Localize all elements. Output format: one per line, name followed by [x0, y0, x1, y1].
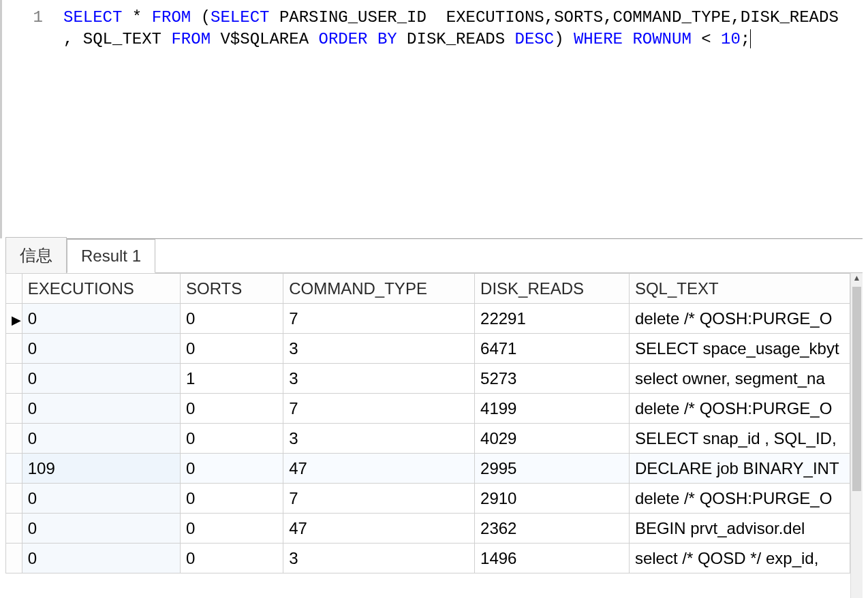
sql-token: V$SQLAREA	[211, 30, 318, 48]
cell-disk-reads[interactable]: 2362	[475, 514, 630, 544]
cell-sql-text[interactable]: delete /* QOSH:PURGE_O	[629, 394, 850, 424]
cell-command-type[interactable]: 7	[283, 304, 475, 334]
cell-sql-text[interactable]: select owner, segment_na	[629, 364, 850, 394]
sql-token: SELECT	[211, 8, 269, 27]
cell-sorts[interactable]: 0	[180, 514, 283, 544]
cell-command-type[interactable]: 7	[283, 394, 475, 424]
cell-command-type[interactable]: 3	[283, 364, 475, 394]
table-row[interactable]: ▶00722291delete /* QOSH:PURGE_O	[6, 304, 850, 334]
cell-command-type[interactable]: 3	[283, 334, 475, 364]
cell-disk-reads[interactable]: 1496	[475, 544, 630, 573]
cell-executions[interactable]: 0	[22, 544, 180, 573]
cell-disk-reads[interactable]: 2910	[475, 484, 630, 514]
sql-token: SELECT	[63, 8, 122, 27]
col-header-sorts[interactable]: SORTS	[180, 274, 283, 304]
table-row[interactable]: 0135273select owner, segment_na	[6, 364, 850, 394]
cell-disk-reads[interactable]: 4199	[475, 394, 630, 424]
cell-command-type[interactable]: 3	[283, 544, 475, 573]
cell-sorts[interactable]: 0	[180, 334, 283, 364]
row-selector-cell[interactable]	[6, 454, 22, 484]
row-selector-header[interactable]	[6, 274, 22, 304]
sql-token	[623, 30, 632, 48]
row-selector-cell[interactable]	[6, 364, 22, 394]
sql-token: )	[554, 30, 574, 48]
result-grid-scroll[interactable]: EXECUTIONS SORTS COMMAND_TYPE DISK_READS…	[5, 273, 850, 598]
table-row[interactable]: 0034029SELECT snap_id , SQL_ID,	[6, 424, 850, 454]
code-line: 1 SELECT * FROM (SELECT PARSING_USER_ID …	[2, 7, 868, 51]
cell-executions[interactable]: 0	[22, 514, 180, 544]
row-selector-cell[interactable]	[6, 484, 22, 514]
cell-command-type[interactable]: 47	[283, 454, 475, 484]
cell-executions[interactable]: 0	[22, 394, 180, 424]
sql-editor[interactable]: 1 SELECT * FROM (SELECT PARSING_USER_ID …	[0, 0, 868, 238]
scroll-up-icon[interactable]: ▲	[851, 273, 863, 285]
cell-executions[interactable]: 109	[22, 454, 180, 484]
result-table: EXECUTIONS SORTS COMMAND_TYPE DISK_READS…	[5, 273, 850, 573]
sql-token: (	[191, 8, 211, 27]
col-header-command-type[interactable]: COMMAND_TYPE	[283, 274, 475, 304]
cell-sql-text[interactable]: delete /* QOSH:PURGE_O	[629, 484, 850, 514]
cell-sql-text[interactable]: BEGIN prvt_advisor.del	[629, 514, 850, 544]
cell-sorts[interactable]: 0	[180, 394, 283, 424]
row-selector-cell[interactable]	[6, 544, 22, 573]
col-header-executions[interactable]: EXECUTIONS	[22, 274, 180, 304]
sql-token: ORDER BY	[318, 30, 397, 48]
row-selector-cell[interactable]: ▶	[6, 304, 22, 334]
cell-executions[interactable]: 0	[22, 364, 180, 394]
sql-token: 10	[721, 30, 741, 48]
table-row[interactable]: 0072910delete /* QOSH:PURGE_O	[6, 484, 850, 514]
row-selector-cell[interactable]	[6, 334, 22, 364]
cell-sql-text[interactable]: select /* QOSD */ exp_id,	[629, 544, 850, 573]
cell-executions[interactable]: 0	[22, 334, 180, 364]
cell-disk-reads[interactable]: 5273	[475, 364, 630, 394]
cell-sql-text[interactable]: SELECT space_usage_kbyt	[629, 334, 850, 364]
sql-token: DESC	[515, 30, 555, 48]
cell-sql-text[interactable]: delete /* QOSH:PURGE_O	[629, 304, 850, 334]
table-row[interactable]: 0036471SELECT space_usage_kbyt	[6, 334, 850, 364]
table-row[interactable]: 0074199delete /* QOSH:PURGE_O	[6, 394, 850, 424]
cell-sorts[interactable]: 1	[180, 364, 283, 394]
cell-disk-reads[interactable]: 22291	[475, 304, 630, 334]
row-selector-cell[interactable]	[6, 424, 22, 454]
cell-sorts[interactable]: 0	[180, 304, 283, 334]
tab-result-1[interactable]: Result 1	[67, 239, 155, 273]
result-grid-wrap: EXECUTIONS SORTS COMMAND_TYPE DISK_READS…	[5, 273, 863, 598]
cell-executions[interactable]: 0	[22, 484, 180, 514]
results-panel: 信息 Result 1 EXECUTIONS SORTS	[5, 238, 863, 598]
table-row[interactable]: 0031496select /* QOSD */ exp_id,	[6, 544, 850, 573]
cell-disk-reads[interactable]: 6471	[475, 334, 630, 364]
table-row[interactable]: 1090472995DECLARE job BINARY_INT	[6, 454, 850, 484]
cell-sql-text[interactable]: SELECT snap_id , SQL_ID,	[629, 424, 850, 454]
line-number: 1	[2, 7, 63, 51]
tab-info[interactable]: 信息	[5, 237, 67, 273]
cell-disk-reads[interactable]: 4029	[475, 424, 630, 454]
cell-sorts[interactable]: 0	[180, 484, 283, 514]
col-header-disk-reads[interactable]: DISK_READS	[475, 274, 630, 304]
sql-token: DISK_READS	[397, 30, 515, 48]
sql-token: FROM	[171, 30, 211, 48]
row-pointer-icon: ▶	[12, 313, 21, 327]
cell-sorts[interactable]: 0	[180, 424, 283, 454]
cell-disk-reads[interactable]: 2995	[475, 454, 630, 484]
cell-sorts[interactable]: 0	[180, 544, 283, 573]
scrollbar-thumb[interactable]	[852, 287, 861, 491]
cell-command-type[interactable]: 47	[283, 514, 475, 544]
col-header-sql-text[interactable]: SQL_TEXT	[629, 274, 850, 304]
cell-command-type[interactable]: 7	[283, 484, 475, 514]
table-row[interactable]: 00472362BEGIN prvt_advisor.del	[6, 514, 850, 544]
code-content[interactable]: SELECT * FROM (SELECT PARSING_USER_ID EX…	[63, 7, 868, 51]
sql-token: WHERE	[574, 30, 623, 48]
result-tabs: 信息 Result 1	[5, 239, 863, 273]
vertical-scrollbar[interactable]: ▲	[850, 273, 863, 598]
sql-token: *	[122, 8, 151, 27]
cell-executions[interactable]: 0	[22, 424, 180, 454]
row-selector-cell[interactable]	[6, 394, 22, 424]
row-selector-cell[interactable]	[6, 514, 22, 544]
sql-token: FROM	[152, 8, 191, 27]
sql-token: <	[692, 30, 721, 48]
cell-sorts[interactable]: 0	[180, 454, 283, 484]
cell-executions[interactable]: 0	[22, 304, 180, 334]
cell-command-type[interactable]: 3	[283, 424, 475, 454]
cell-sql-text[interactable]: DECLARE job BINARY_INT	[629, 454, 850, 484]
sql-token: ;	[741, 30, 750, 48]
